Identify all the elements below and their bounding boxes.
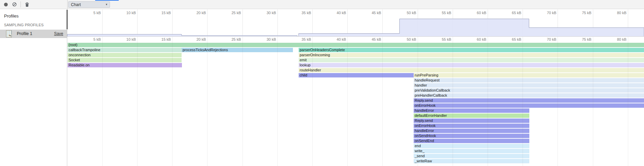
block-icon (12, 2, 17, 7)
flame-bar-write_[interactable]: write_ (414, 149, 529, 153)
flame-bar-Readable.on[interactable]: Readable.on (68, 63, 182, 67)
flame-bar-handler[interactable]: handler (414, 83, 644, 88)
overview-ruler-tick: 65 kB (512, 11, 521, 15)
flame-bar-emit[interactable]: emit (299, 58, 644, 62)
flame-bar-runPreParsing[interactable]: runPreParsing (414, 73, 644, 77)
flame-ruler-tick: 5 kB (93, 37, 101, 41)
accent-indicator (95, 0, 119, 1)
overview-ruler-tick: 75 kB (582, 11, 591, 15)
profile-view-select[interactable]: Chart ▾ (68, 1, 110, 8)
chevron-down-icon: ▾ (106, 3, 107, 6)
overview-gridline (382, 9, 383, 36)
overview-ruler-tick: 5 kB (93, 11, 101, 15)
overview-ruler-tick: 50 kB (407, 11, 416, 15)
delete-profile-button[interactable] (24, 1, 30, 8)
flame-bar-parserOnHeadersComplete[interactable]: parserOnHeadersComplete (299, 48, 644, 52)
flame-bar-callbackTrampoline[interactable]: callbackTrampoline (68, 48, 182, 52)
flame-gridline (558, 37, 558, 166)
flame-gridline (593, 37, 593, 166)
flame-bar-preValidationCallback[interactable]: preValidationCallback (414, 88, 644, 93)
overview-gridline (102, 9, 103, 36)
flame-ruler-tick: 80 kB (617, 37, 627, 41)
overview-gridline (172, 9, 173, 36)
overview-ruler-tick: 10 kB (126, 11, 136, 15)
overview-ruler-tick: 25 kB (231, 11, 241, 15)
flame-bar-child[interactable]: child (299, 73, 414, 77)
trash-icon (25, 2, 29, 7)
profile-name: Profile 1 (17, 31, 32, 36)
flame-ruler-tick: 75 kB (582, 37, 591, 41)
flame-bar-_send[interactable]: _send (414, 154, 529, 158)
heap-profiler-panel: Chart ▾ Profiles SAMPLING PROFILES % Pro… (0, 0, 644, 166)
flame-gridline (628, 37, 628, 166)
flame-ruler-tick: 15 kB (161, 37, 171, 41)
overview-ruler-tick: 60 kB (477, 11, 486, 15)
flame-bar-defaultErrorHandler[interactable]: defaultErrorHandler (414, 113, 529, 118)
overview-ruler-tick: 45 kB (372, 11, 381, 15)
flame-bar-handleError[interactable]: handleError (414, 129, 529, 133)
flame-gridline (347, 37, 348, 166)
flame-ruler-tick: 40 kB (337, 37, 346, 41)
overview-ruler-tick: 15 kB (161, 11, 171, 15)
clear-all-profiles-button[interactable] (11, 1, 18, 8)
record-button[interactable] (2, 1, 9, 8)
overview-gridline (418, 9, 418, 36)
flame-ruler-tick: 25 kB (231, 37, 241, 41)
flame-gridline (172, 37, 173, 166)
overview-gridline (207, 9, 207, 36)
flame-gridline (137, 37, 138, 166)
overview-gridline (453, 9, 453, 36)
overview-gridline (312, 9, 313, 36)
flame-ruler-tick: 70 kB (547, 37, 556, 41)
overview-gridline (488, 9, 488, 36)
flame-gridline (418, 37, 418, 166)
flame-gridline (382, 37, 383, 166)
flame-bar-parserOnIncoming[interactable]: parserOnIncoming (299, 53, 644, 57)
flame-bar-onconnection[interactable]: onconnection (68, 53, 182, 57)
save-profile-link[interactable]: Save (54, 31, 63, 36)
flame-ruler-tick: 20 kB (196, 37, 206, 41)
overview-ruler-tick: 40 kB (337, 11, 346, 15)
overview-gridline (137, 9, 138, 36)
sampling-profiles-section-header: SAMPLING PROFILES (4, 23, 44, 27)
flame-gridline (242, 37, 243, 166)
overview-ruler-tick: 20 kB (196, 11, 206, 15)
overview-ruler-tick: 55 kB (442, 11, 451, 15)
record-icon (4, 3, 8, 6)
flame-bar-onErrorHook[interactable]: onErrorHook (414, 124, 529, 128)
overview-window-left-handle[interactable] (67, 10, 68, 29)
flame-bar-preHandlerCallback[interactable]: preHandlerCallback (414, 93, 644, 98)
flame-bar-handleRequest[interactable]: handleRequest (414, 78, 644, 82)
flame-bar-processTicksAndRejections[interactable]: processTicksAndRejections (182, 48, 293, 52)
flame-ruler-tick: 65 kB (512, 37, 521, 41)
overview-ruler-tick: 35 kB (302, 11, 311, 15)
heap-profile-icon: % (6, 30, 12, 37)
flame-bar-handleError[interactable]: handleError (414, 108, 529, 113)
overview-gridline (593, 9, 593, 36)
flame-gridline (207, 37, 207, 166)
flame-gridline (523, 37, 523, 166)
flame-bar-onSendHook[interactable]: onSendHook (414, 134, 529, 138)
flame-bar-onSendEnd[interactable]: onSendEnd (414, 139, 529, 143)
pane-divider (67, 0, 68, 9)
flame-bar-Reply.send[interactable]: Reply.send (414, 98, 644, 103)
overview-ruler-tick: 70 kB (547, 11, 556, 15)
flame-bar-lookup[interactable]: lookup (299, 63, 644, 67)
toolbar: Chart ▾ (0, 0, 644, 9)
profiles-sidebar: Profiles SAMPLING PROFILES % Profile 1 S… (0, 9, 67, 166)
sidebar-title: Profiles (4, 13, 18, 19)
flame-bar-end[interactable]: end (414, 144, 529, 148)
flame-gridline (453, 37, 453, 166)
flame-gridline (488, 37, 488, 166)
flame-ruler-tick: 30 kB (267, 37, 276, 41)
flame-gridline (277, 37, 278, 166)
percent-glyph: % (8, 34, 11, 37)
flame-gridline (102, 37, 103, 166)
overview-gridline (347, 9, 348, 36)
flame-bar-onErrorHook[interactable]: onErrorHook (414, 103, 644, 108)
flame-bar-routeHandler[interactable]: routeHandler (299, 68, 644, 72)
sidebar-item-profile-1[interactable]: % Profile 1 Save (0, 30, 67, 38)
flame-bar-_writeRaw[interactable]: _writeRaw (414, 159, 529, 163)
flame-bar-Reply.send[interactable]: Reply.send (414, 119, 529, 123)
flame-bar-Socket[interactable]: Socket (68, 58, 182, 62)
